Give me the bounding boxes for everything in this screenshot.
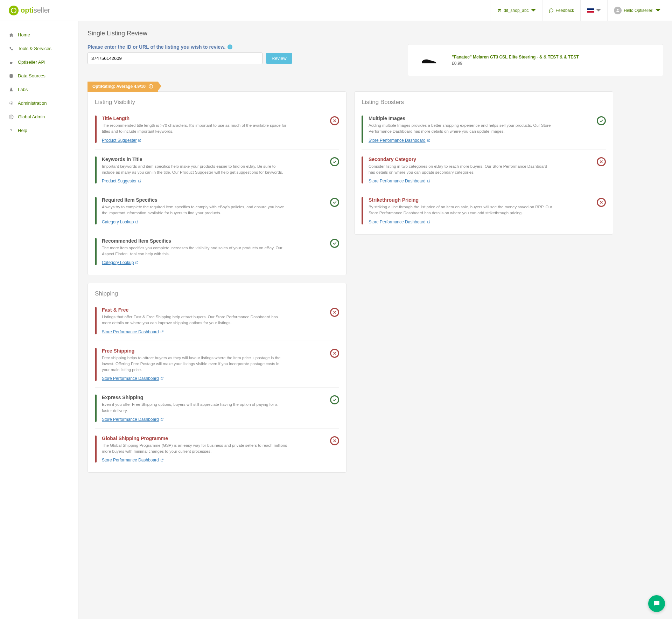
sidebar-item-api[interactable]: Optiseller API bbox=[0, 55, 78, 69]
check-circle-icon bbox=[330, 198, 339, 207]
product-title-link[interactable]: "Fanatec" Mclaren GT3 CSL Elite Steering… bbox=[452, 55, 579, 60]
user-menu[interactable]: Hello Optiseller! bbox=[607, 0, 667, 21]
check-title: Strikethrough Pricing bbox=[369, 197, 592, 203]
logo-icon bbox=[9, 6, 19, 15]
check-item: Secondary CategoryConsider listing in tw… bbox=[362, 153, 606, 190]
sidebar-item-label: Global Admin bbox=[18, 114, 45, 119]
info-icon[interactable]: i bbox=[227, 44, 232, 49]
sidebar-item-label: Administration bbox=[18, 100, 47, 106]
help-icon: ? bbox=[9, 128, 14, 133]
check-action-link[interactable]: Store Performance Dashboard bbox=[369, 179, 430, 183]
check-description: Free shipping helps to attract buyers as… bbox=[102, 355, 287, 373]
status-bar bbox=[362, 157, 363, 184]
check-item: Global Shipping ProgrammeThe Global Ship… bbox=[95, 432, 339, 469]
sidebar-item-help[interactable]: ? Help bbox=[0, 124, 78, 137]
review-button[interactable]: Review bbox=[266, 53, 292, 64]
flask-icon bbox=[9, 87, 14, 92]
brand-logo-block[interactable]: optiseller bbox=[9, 6, 50, 15]
cross-circle-icon bbox=[330, 308, 339, 317]
check-description: Even if you offer Free Shipping options,… bbox=[102, 402, 287, 414]
check-item: Fast & FreeListings that offer Fast & Fr… bbox=[95, 304, 339, 341]
check-description: By striking a line through the list pric… bbox=[369, 204, 554, 216]
check-action-link[interactable]: Store Performance Dashboard bbox=[102, 458, 164, 462]
globe-icon bbox=[9, 114, 14, 119]
cross-circle-icon bbox=[330, 116, 339, 125]
status-bar bbox=[362, 197, 363, 224]
status-bar bbox=[95, 348, 97, 381]
panel-title: Listing Visibility bbox=[95, 99, 339, 106]
sidebar-item-label: Labs bbox=[18, 87, 28, 92]
gear-icon bbox=[9, 101, 14, 106]
chevron-down-icon bbox=[531, 8, 536, 13]
sidebar-item-label: Help bbox=[18, 128, 27, 133]
sidebar: Home Tools & Services Optiseller API Dat… bbox=[0, 21, 79, 619]
status-bar bbox=[95, 436, 97, 463]
search-label: Please enter the ID or URL of the listin… bbox=[88, 44, 225, 50]
check-item: Title LengthThe recommended title length… bbox=[95, 112, 339, 149]
sidebar-item-label: Optiseller API bbox=[18, 60, 46, 65]
check-action-link[interactable]: Category Lookup bbox=[102, 220, 139, 224]
check-title: Free Shipping bbox=[102, 348, 325, 354]
check-action-link[interactable]: Store Performance Dashboard bbox=[102, 376, 164, 381]
status-bar bbox=[95, 307, 97, 334]
panel-title: Shipping bbox=[95, 290, 339, 297]
check-title: Multiple Images bbox=[369, 116, 592, 121]
svg-point-1 bbox=[9, 47, 11, 49]
sidebar-item-administration[interactable]: Administration bbox=[0, 96, 78, 110]
check-item: Strikethrough PricingBy striking a line … bbox=[362, 194, 606, 231]
sidebar-item-tools[interactable]: Tools & Services bbox=[0, 42, 78, 55]
uk-flag-icon bbox=[587, 8, 594, 13]
product-price: £0.99 bbox=[452, 61, 579, 66]
optirating-ribbon: OptiRating: Average 4.9/10 ⓘ bbox=[88, 82, 158, 92]
check-action-link[interactable]: Product Suggester bbox=[102, 179, 141, 183]
sidebar-item-global-admin[interactable]: Global Admin bbox=[0, 110, 78, 124]
check-title: Keywords in Title bbox=[102, 157, 325, 162]
chat-widget-button[interactable] bbox=[648, 595, 665, 612]
check-list: Title LengthThe recommended title length… bbox=[95, 112, 339, 271]
check-list: Multiple ImagesAdding multiple Images pr… bbox=[362, 112, 606, 231]
language-selector[interactable] bbox=[580, 0, 607, 21]
feedback-label: Feedback bbox=[556, 8, 574, 13]
topbar-right: dit_shop_abc Feedback Hello Optiseller! bbox=[490, 0, 667, 21]
check-description: The recommended title length is >70 char… bbox=[102, 123, 287, 135]
sidebar-item-home[interactable]: Home bbox=[0, 28, 78, 42]
check-circle-icon bbox=[330, 157, 339, 166]
check-action-link[interactable]: Store Performance Dashboard bbox=[102, 417, 164, 422]
panel-title: Listing Boosters bbox=[362, 99, 606, 106]
cross-circle-icon bbox=[330, 436, 339, 445]
plug-icon bbox=[9, 60, 14, 65]
check-description: Important keywords and item specifics he… bbox=[102, 164, 287, 176]
panel-shipping: Shipping Fast & FreeListings that offer … bbox=[88, 283, 346, 473]
sidebar-item-data-sources[interactable]: Data Sources bbox=[0, 69, 78, 83]
feedback-link[interactable]: Feedback bbox=[542, 0, 581, 21]
listing-id-input[interactable] bbox=[88, 53, 262, 64]
chevron-down-icon bbox=[596, 8, 601, 13]
sidebar-item-labs[interactable]: Labs bbox=[0, 83, 78, 96]
main-content: Single Listing Review Please enter the I… bbox=[79, 21, 672, 619]
check-action-link[interactable]: Store Performance Dashboard bbox=[369, 138, 430, 143]
check-circle-icon bbox=[597, 116, 606, 125]
cross-circle-icon bbox=[330, 349, 339, 358]
check-action-link[interactable]: Product Suggester bbox=[102, 138, 141, 143]
check-circle-icon bbox=[330, 239, 339, 248]
brand-text: optiseller bbox=[21, 6, 50, 14]
check-action-link[interactable]: Store Performance Dashboard bbox=[102, 329, 164, 334]
svg-point-2 bbox=[11, 49, 13, 50]
avatar-icon bbox=[614, 7, 622, 14]
status-bar bbox=[95, 395, 97, 422]
shop-selector[interactable]: dit_shop_abc bbox=[490, 0, 542, 21]
greeting-label: Hello Optiseller! bbox=[624, 8, 653, 13]
check-title: Global Shipping Programme bbox=[102, 436, 325, 441]
check-title: Fast & Free bbox=[102, 307, 325, 313]
check-item: Keywords in TitleImportant keywords and … bbox=[95, 153, 339, 190]
info-icon[interactable]: ⓘ bbox=[149, 84, 153, 89]
check-action-link[interactable]: Category Lookup bbox=[102, 260, 139, 265]
check-item: Required Item SpecificsAlways try to com… bbox=[95, 194, 339, 231]
check-description: The more item specifics you complete inc… bbox=[102, 245, 287, 257]
search-label-row: Please enter the ID or URL of the listin… bbox=[88, 44, 401, 50]
chat-icon bbox=[549, 8, 554, 13]
page-title: Single Listing Review bbox=[88, 30, 663, 37]
check-title: Required Item Specifics bbox=[102, 197, 325, 203]
shoe-icon bbox=[420, 56, 438, 65]
check-action-link[interactable]: Store Performance Dashboard bbox=[369, 220, 430, 224]
